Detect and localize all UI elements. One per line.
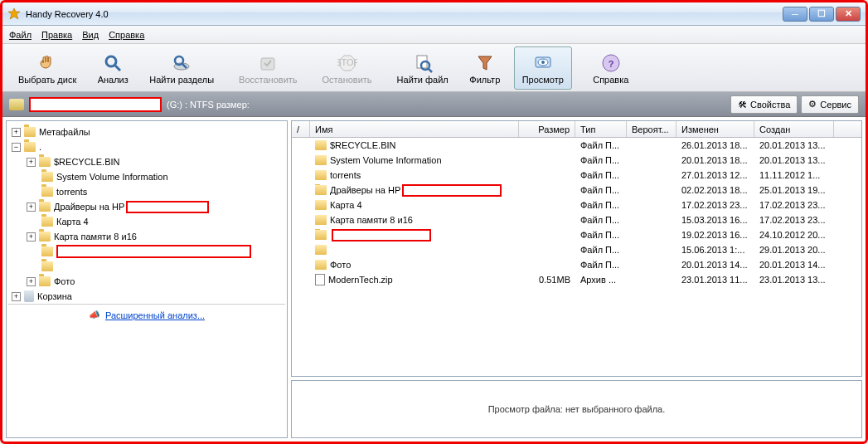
help-button[interactable]: ? Справка [582,46,640,90]
col-type[interactable]: Тип [575,121,627,137]
bin-icon [24,290,34,302]
find-file-icon [411,51,434,75]
list-row[interactable]: ModernTech.zip0.51MBАрхив ...23.01.2013 … [292,272,861,287]
svg-point-13 [541,61,545,64]
filter-button[interactable]: Фильтр [456,46,514,90]
menu-help[interactable]: Справка [109,30,144,40]
list-row[interactable]: $RECYCLE.BINФайл П...26.01.2013 18...20.… [292,138,861,153]
advanced-analysis-link[interactable]: Расширенный анализ... [105,310,205,320]
cell-created: 23.01.2013 13... [754,275,834,285]
cell-type: Файл П... [575,230,627,240]
cell-modified: 27.01.2013 12... [676,170,754,180]
folder-icon [41,187,53,197]
expand-icon[interactable]: + [27,158,36,167]
cell-type: Файл П... [575,170,627,180]
help-icon: ? [599,51,623,75]
tree-item-metafiles[interactable]: +Метафайлы [8,124,285,139]
titlebar: Handy Recovery 4.0 ─ ☐ ✕ [2,2,866,26]
tree-item-drivers[interactable]: +Драйверы на HP [8,199,285,214]
cell-modified: 19.02.2013 16... [676,230,754,240]
close-button[interactable]: ✕ [836,7,861,22]
magnifier-disk-icon [170,51,193,75]
folder-icon [315,215,327,225]
folder-tree[interactable]: +Метафайлы −. +$RECYCLE.BIN System Volum… [6,120,288,438]
file-name: System Volume Information [330,155,442,165]
folder-icon [24,142,36,152]
tree-item-card816[interactable]: +Карта памяти 8 и16 [8,229,285,244]
menu-view[interactable]: Вид [82,30,99,40]
redacted-box [402,184,502,197]
folder-icon [39,202,51,212]
redacted-box [126,201,209,213]
collapse-icon[interactable]: − [12,143,21,152]
menu-file[interactable]: Файл [9,30,32,40]
col-created[interactable]: Создан [754,121,834,137]
expand-icon[interactable]: + [27,202,36,212]
col-size[interactable]: Размер [519,121,575,137]
tree-item-blank[interactable] [8,259,285,274]
folder-icon [315,140,327,150]
expand-icon[interactable]: + [12,128,21,137]
cell-modified: 20.01.2013 14... [676,260,754,270]
tree-item-torrents[interactable]: torrents [8,184,285,199]
list-row[interactable]: Карта памяти 8 и16Файл П...15.03.2013 16… [292,212,861,227]
folder-icon [315,245,327,255]
folder-icon [315,155,327,165]
tree-item-card4[interactable]: Карта 4 [8,214,285,229]
recover-icon [256,51,279,75]
tree-item-recycle[interactable]: +$RECYCLE.BIN [8,154,285,169]
list-row[interactable]: Карта 4Файл П...17.02.2013 23...17.02.20… [292,198,861,212]
svg-text:?: ? [608,59,613,69]
col-prob[interactable]: Вероят... [627,121,676,137]
toolbar: Выбрать диск Анализ Найти разделы Восста… [2,44,866,92]
preview-text: Просмотр файла: нет выбранного файла. [488,404,666,414]
tree-item-svi[interactable]: System Volume Information [8,169,285,184]
stop-icon: STOP [336,51,359,75]
advanced-analysis-row: 📣 Расширенный анализ... [8,304,285,325]
analyze-button[interactable]: Анализ [84,46,142,90]
service-button[interactable]: ⚙ Сервис [801,95,859,114]
list-row[interactable]: Файл П...19.02.2013 16...24.10.2012 20..… [292,227,861,242]
magnifier-icon [101,51,124,75]
stop-button: STOP Остановить [315,46,380,90]
col-slash[interactable]: / [292,121,310,137]
expand-icon[interactable]: + [27,232,36,242]
cell-type: Файл П... [575,260,627,270]
cell-modified: 23.01.2013 11... [676,275,754,285]
preview-button[interactable]: Просмотр [514,46,572,90]
maximize-button[interactable]: ☐ [809,7,834,22]
svg-point-0 [106,56,116,66]
list-row[interactable]: ФотоФайл П...20.01.2013 14...20.01.2013 … [292,257,861,272]
list-row[interactable]: System Volume InformationФайл П...20.01.… [292,153,861,168]
cell-type: Файл П... [575,155,627,165]
cell-type: Файл П... [575,215,627,225]
properties-button[interactable]: 🛠 Свойства [730,95,798,114]
tree-item-redacted[interactable] [8,244,285,259]
list-row[interactable]: Драйверы на HPФайл П...02.02.2013 18...2… [292,183,861,198]
find-partitions-button[interactable]: Найти разделы [142,46,221,90]
eye-icon [531,51,555,75]
cell-created: 20.01.2013 14... [754,260,834,270]
minimize-button[interactable]: ─ [783,7,807,22]
folder-icon [39,276,51,286]
hand-icon [36,51,59,75]
cell-created: 17.02.2013 23... [754,215,834,225]
expand-icon[interactable]: + [12,292,21,301]
expand-icon[interactable]: + [27,277,36,286]
tree-item-root[interactable]: −. [8,139,285,154]
menu-edit[interactable]: Правка [41,30,72,40]
cell-size: 0.51MB [519,275,575,285]
col-name[interactable]: Имя [310,121,519,137]
tree-item-recyclebin[interactable]: +Корзина [8,289,285,304]
redacted-box [332,229,431,242]
col-modified[interactable]: Изменен [676,121,754,137]
select-disk-button[interactable]: Выбрать диск [11,46,84,90]
list-row[interactable]: Файл П...15.06.2013 1:...29.01.2013 20..… [292,242,861,257]
tree-item-photo[interactable]: +Фото [8,274,285,289]
cell-created: 29.01.2013 20... [754,245,834,255]
file-list[interactable]: / Имя Размер Тип Вероят... Изменен Созда… [291,120,862,377]
cell-modified: 20.01.2013 18... [676,155,754,165]
folder-icon [315,200,327,210]
list-row[interactable]: torrentsФайл П...27.01.2013 12...11.11.2… [292,168,861,183]
find-file-button[interactable]: Найти файл [390,46,456,90]
